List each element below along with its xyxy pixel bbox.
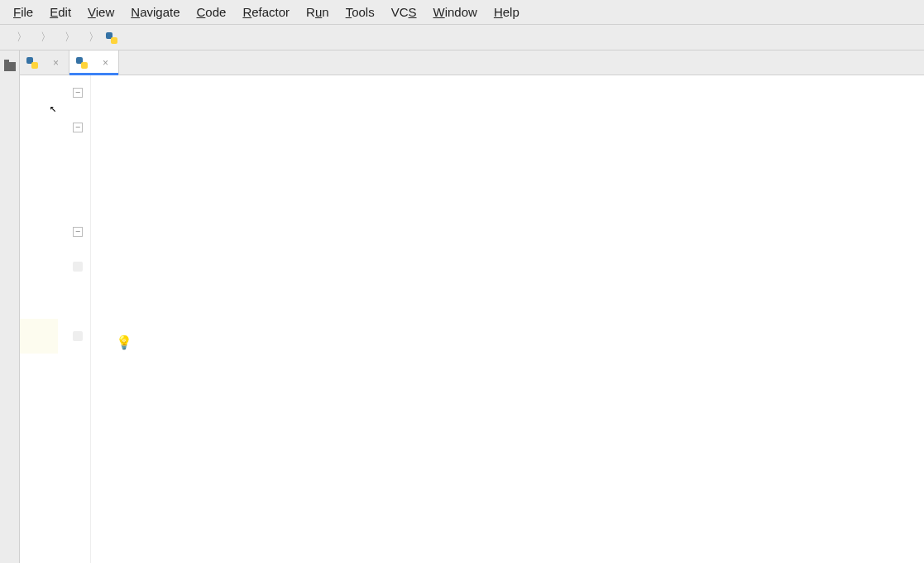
fold-toggle-icon[interactable] — [73, 262, 83, 272]
line-number — [20, 319, 58, 354]
menu-run[interactable]: Run — [298, 3, 338, 21]
line-number — [20, 145, 58, 180]
fold-toggle-icon[interactable] — [73, 227, 83, 237]
breadcrumb-file[interactable] — [104, 31, 122, 45]
menu-edit[interactable]: Edit — [41, 3, 79, 21]
menu-bar: File Edit View Navigate Code Refactor Ru… — [0, 0, 924, 25]
close-icon[interactable]: × — [51, 57, 60, 69]
line-number-gutter — [20, 75, 69, 563]
mouse-cursor-icon: ↖ — [50, 90, 56, 125]
menu-tools[interactable]: Tools — [338, 3, 383, 21]
line-number — [20, 284, 58, 319]
icon-gutter: 💡 — [91, 75, 124, 563]
menu-navigate[interactable]: Navigate — [122, 3, 188, 21]
code-line — [124, 423, 924, 458]
code-line — [124, 493, 924, 527]
editor-tab-strip: × × — [20, 51, 924, 75]
menu-file[interactable]: File — [5, 3, 41, 21]
menu-refactor[interactable]: Refactor — [234, 3, 298, 21]
menu-view[interactable]: View — [79, 3, 122, 21]
chevron-right-icon: 〉 — [39, 30, 53, 45]
line-number — [20, 214, 58, 249]
tool-stripe-left — [0, 51, 20, 563]
fold-toggle-icon[interactable] — [73, 88, 83, 98]
code-line — [124, 145, 924, 180]
menu-vcs[interactable]: VCS — [383, 3, 425, 21]
python-file-icon — [76, 57, 88, 69]
python-file-icon — [26, 57, 38, 69]
breadcrumb-bar: 〉 〉 〉 〉 — [0, 25, 924, 51]
chevron-right-icon: 〉 — [15, 30, 29, 45]
code-line — [124, 214, 924, 249]
line-number — [20, 249, 58, 284]
fold-toggle-icon[interactable] — [73, 331, 83, 341]
code-line — [124, 284, 924, 319]
folder-icon — [4, 62, 16, 71]
editor-column: × × — [20, 51, 924, 563]
chevron-right-icon: 〉 — [63, 30, 77, 45]
code-line — [124, 354, 924, 388]
fold-toggle-icon[interactable] — [73, 123, 83, 132]
fold-gutter — [69, 75, 91, 563]
menu-window[interactable]: Window — [425, 3, 486, 21]
menu-code[interactable]: Code — [189, 3, 235, 21]
editor-tab-serializer[interactable]: × — [69, 51, 119, 75]
chevron-right-icon: 〉 — [87, 30, 101, 45]
code-editor[interactable]: 💡 ↖ — [20, 75, 924, 563]
code-body[interactable]: ↖ — [124, 75, 924, 563]
python-file-icon — [106, 32, 117, 44]
editor-tab-views[interactable]: × — [20, 51, 69, 75]
line-number — [20, 180, 58, 214]
main-area: × × — [0, 51, 924, 563]
menu-help[interactable]: Help — [486, 3, 528, 21]
close-icon[interactable]: × — [101, 57, 110, 69]
